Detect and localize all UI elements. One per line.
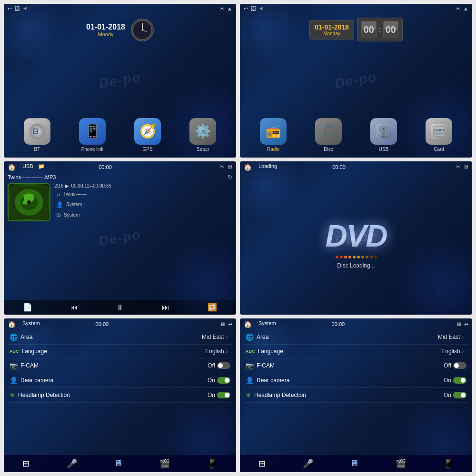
- sys1-rear-row[interactable]: 👤 Rear camera On: [8, 373, 232, 388]
- usb-settings-icon[interactable]: ✂: [220, 164, 224, 170]
- sys1-area-row[interactable]: 🌐 Area Mid East ›: [8, 330, 232, 345]
- flip-date: 01-01-2018 Monday: [309, 20, 354, 40]
- home-icon-dvd[interactable]: 🏠: [244, 163, 252, 171]
- prev-btn[interactable]: ⏮: [70, 303, 78, 312]
- play-pause-btn[interactable]: ⏸: [116, 303, 124, 312]
- topbar-left-icons-2: ↩ 🖼 ☀: [244, 6, 264, 12]
- sys2-fcam-toggle[interactable]: [453, 362, 466, 369]
- sys2-area-row[interactable]: 🌐 Area Mid East ›: [244, 330, 468, 345]
- dvd-monitor-icon[interactable]: 🖥: [463, 164, 468, 170]
- nav-media-1[interactable]: 🎬: [157, 457, 173, 470]
- icon-radio[interactable]: 📻 Radio: [260, 118, 287, 152]
- settings-icon[interactable]: ✂: [220, 6, 224, 12]
- disc-label: Disc: [324, 147, 333, 152]
- sys2-monitor-icon[interactable]: 🖥: [456, 321, 461, 327]
- settings-icon-2[interactable]: ✂: [456, 6, 460, 12]
- next-btn[interactable]: ⏭: [162, 303, 169, 312]
- expand-icon[interactable]: ▲: [227, 6, 232, 12]
- setup-label: Setup: [197, 147, 209, 152]
- repeat-icon[interactable]: ↻: [228, 174, 232, 180]
- sys1-rear-toggle[interactable]: [217, 377, 230, 384]
- headlamp-icon-2: ✳: [246, 391, 251, 399]
- sys1-topbar-right: 🖥 ↩: [220, 321, 232, 327]
- nav-mic-2[interactable]: 🎤: [300, 457, 316, 470]
- usb-monitor-icon[interactable]: 🖥: [227, 164, 232, 170]
- nav-phone-1[interactable]: 📱: [204, 457, 220, 470]
- sys2-fcam-value: Off: [444, 362, 451, 369]
- icon-bt[interactable]: ᗷ BT: [24, 118, 50, 152]
- phone-emoji: 📱: [84, 123, 101, 139]
- sys1-fcam-toggle[interactable]: [217, 362, 230, 369]
- home-icon-usb[interactable]: 🏠: [8, 163, 16, 171]
- dvd-dot-10: [374, 256, 377, 258]
- sys2-head-toggle[interactable]: [453, 392, 466, 398]
- sys2-fcam-row[interactable]: 📷 F-CAM Off: [244, 358, 468, 373]
- nav-monitor-2[interactable]: 🖥: [347, 457, 361, 469]
- playlist-btn[interactable]: 📄: [23, 303, 32, 312]
- home-icon-sys1[interactable]: 🏠: [8, 320, 16, 328]
- icon-disc[interactable]: 🎵 Disc: [315, 118, 342, 152]
- icon-gps[interactable]: 🧭 GPS: [134, 118, 161, 152]
- sys1-area-value: Mid East: [202, 334, 224, 340]
- home-icon-sys2[interactable]: 🏠: [244, 320, 252, 328]
- camera-icon-2[interactable]: 🖼: [251, 6, 256, 12]
- home-screen-1: De-po ↩ 🖼 ☀ ✂ ▲ 01-01-2018 Mondy: [4, 4, 236, 158]
- camera-icon-sys1: 📷: [10, 362, 18, 369]
- nav-media-2[interactable]: 🎬: [393, 457, 409, 470]
- nav-phone-2[interactable]: 📱: [440, 457, 456, 470]
- track-item-3[interactable]: ⊙ System: [54, 210, 232, 220]
- nav-mic-1[interactable]: 🎤: [64, 457, 80, 470]
- icon-card[interactable]: CARD Card: [426, 118, 452, 152]
- card-icon-svg: CARD: [430, 123, 447, 140]
- back-icon-2[interactable]: ↩: [244, 6, 248, 12]
- sys2-title: System: [258, 320, 276, 328]
- sys2-rear-label: Rear camera: [257, 377, 444, 384]
- sys1-rear-value: On: [208, 377, 215, 384]
- back-icon[interactable]: ↩: [8, 6, 12, 12]
- dvd-settings-icon[interactable]: ✂: [456, 164, 460, 170]
- track-duration: 00:00:12--00:00:35: [71, 183, 111, 188]
- expand-icon-2[interactable]: ▲: [463, 6, 468, 12]
- flip-date-num: 01-01-2018: [315, 23, 349, 31]
- folder-icon[interactable]: 📁: [38, 163, 45, 171]
- sys1-back-icon[interactable]: ↩: [228, 321, 232, 327]
- sys2-lang-label: Language: [258, 348, 442, 355]
- svg-point-18: [27, 200, 31, 204]
- nav-monitor-1[interactable]: 🖥: [111, 457, 125, 469]
- album-art-svg: [10, 186, 48, 219]
- sys1-lang-row[interactable]: ABC Language English ›: [8, 345, 232, 358]
- dvd-dots: [336, 256, 377, 258]
- home2-date-area: 01-01-2018 Monday 00 : 00: [309, 18, 403, 41]
- play-icon[interactable]: ▶: [65, 183, 69, 188]
- camera-icon[interactable]: 🖼: [15, 6, 20, 12]
- sys2-head-knob: [461, 393, 466, 397]
- nav-home-2[interactable]: ⊞: [256, 457, 268, 470]
- topbar-1: ↩ 🖼 ☀ ✂ ▲: [4, 4, 236, 14]
- sys2-head-row[interactable]: ✳ Headlamp Detection On: [244, 388, 468, 403]
- nav-home-1[interactable]: ⊞: [20, 457, 32, 470]
- sys1-head-toggle[interactable]: [217, 392, 230, 398]
- sys2-rear-knob: [461, 378, 466, 383]
- sys2-back-icon[interactable]: ↩: [464, 321, 468, 327]
- sys2-rear-row[interactable]: 👤 Rear camera On: [244, 373, 468, 388]
- sys2-head-label: Headlamp Detection: [254, 392, 444, 398]
- track-list: 2/16 ▶ 00:00:12--00:00:35 ♫ Twins-------…: [54, 183, 232, 220]
- sys1-fcam-row[interactable]: 📷 F-CAM Off: [8, 358, 232, 373]
- track-item-1[interactable]: ♫ Twins-------: [54, 189, 232, 199]
- dvd-dot-8: [366, 256, 368, 258]
- sys1-head-row[interactable]: ✳ Headlamp Detection On: [8, 388, 232, 403]
- brightness-icon-2[interactable]: ☀: [259, 6, 264, 12]
- player-controls: 📄 ⏮ ⏸ ⏭ 🔁: [4, 300, 236, 315]
- day-display-1: Mondy: [86, 31, 125, 37]
- sys2-lang-row[interactable]: ABC Language English ›: [244, 345, 468, 358]
- sys2-rear-toggle[interactable]: [453, 377, 466, 384]
- brightness-icon[interactable]: ☀: [23, 6, 28, 12]
- icon-setup[interactable]: ⚙️ Setup: [189, 118, 216, 152]
- icon-phone[interactable]: 📱 Phone link: [79, 118, 106, 152]
- sys1-rear-knob: [225, 378, 229, 383]
- track-item-2[interactable]: 👤 System: [54, 200, 232, 209]
- repeat-btn[interactable]: 🔁: [208, 303, 217, 312]
- icon-usb[interactable]: USB: [370, 118, 397, 152]
- date-area-1: 01-01-2018 Mondy: [86, 19, 154, 41]
- sys1-monitor-icon[interactable]: 🖥: [220, 321, 225, 327]
